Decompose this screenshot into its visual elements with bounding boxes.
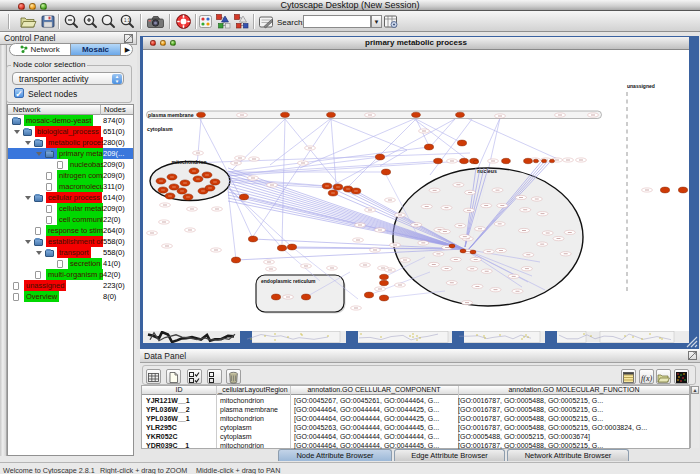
svg-text:f(x): f(x)	[641, 374, 652, 383]
svg-text:plasma membrane: plasma membrane	[148, 112, 194, 118]
svg-text:cytoplasm: cytoplasm	[147, 126, 173, 132]
svg-text:endoplasmic reticulum: endoplasmic reticulum	[261, 278, 316, 284]
svg-text:unassigned: unassigned	[627, 83, 655, 89]
svg-text:mitochondrion: mitochondrion	[172, 159, 207, 165]
svg-text:1:1: 1:1	[124, 18, 131, 23]
